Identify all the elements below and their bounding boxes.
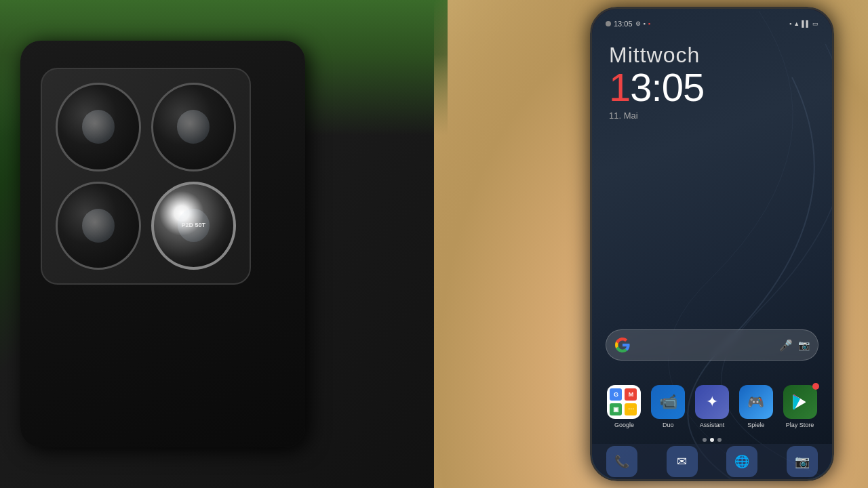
google-icon: G M ▣ ⋯ — [607, 385, 641, 419]
google-logo — [614, 337, 631, 353]
google-sub-drive: ▣ — [610, 403, 622, 415]
spiele-app-label: Spiele — [747, 422, 764, 428]
date-label: 11. Mai — [609, 110, 704, 121]
camera-phone-back: P2D 50T — [20, 41, 305, 447]
status-dot — [606, 21, 611, 26]
google-sub-maps: M — [625, 388, 637, 401]
app-item-playstore[interactable]: Play Store — [781, 385, 820, 428]
bottom-dock: 📞 ✉ 🌐 📷 — [592, 444, 832, 479]
sim-icon: ▪ — [789, 20, 791, 27]
duo-icon: 📹 — [651, 385, 685, 419]
duo-video-icon: 📹 — [659, 393, 677, 411]
app-item-spiele[interactable]: 🎮 Spiele — [736, 385, 776, 428]
spiele-icon: 🎮 — [739, 385, 773, 419]
status-bar: 13:05 ⚙ ▪ ▪ ▪ ▲ ▌▌ ▭ — [606, 17, 818, 30]
time-display: 13:05 — [609, 68, 704, 107]
dock-icon-2: ✉ — [677, 454, 687, 469]
p2d-label: P2D 50T — [181, 222, 205, 229]
signal-icon: ▌▌ — [802, 20, 810, 27]
time-rest: 3:05 — [630, 65, 704, 109]
google-sub-gmail: G — [610, 388, 622, 401]
app-row: G M ▣ ⋯ Google 📹 Duo — [602, 385, 822, 428]
day-label: Mittwoch — [609, 43, 704, 68]
wifi-icon: ▲ — [793, 20, 800, 27]
smartphone: 13:05 ⚙ ▪ ▪ ▪ ▲ ▌▌ ▭ Mittwoch 13:05 1 — [590, 7, 834, 481]
camera-lens-top-right — [151, 83, 237, 171]
camera-lens-bottom-left — [56, 182, 141, 270]
status-icons-right: ▪ ▲ ▌▌ ▭ — [789, 20, 818, 27]
dock-icon-3: 🌐 — [734, 454, 749, 469]
assistant-icon: ✦ — [695, 385, 729, 419]
dock-item-3[interactable]: 🌐 — [726, 446, 757, 477]
location-icon: ▪ — [644, 20, 646, 27]
duo-app-label: Duo — [663, 422, 674, 428]
dock-item-2[interactable]: ✉ — [667, 446, 698, 477]
playstore-badge — [812, 383, 819, 390]
page-dot-3 — [717, 438, 722, 442]
dock-icon-4: 📷 — [795, 454, 810, 469]
camera-lens-top-left — [56, 83, 141, 171]
main-scene: P2D 50T 13:05 ⚙ ▪ ▪ ▪ — [0, 0, 868, 488]
app-item-assistant[interactable]: ✦ Assistant — [692, 385, 732, 428]
status-time: 13:05 — [614, 20, 633, 28]
time-red-digit: 1 — [609, 65, 630, 109]
page-dots — [592, 438, 832, 442]
dock-icon-1: 📞 — [614, 454, 629, 469]
google-sub-more: ⋯ — [625, 403, 637, 415]
notification-icon: ▪ — [648, 20, 650, 27]
page-dot-1 — [703, 438, 707, 442]
playstore-icon — [783, 385, 817, 419]
assistant-symbol: ✦ — [706, 393, 718, 411]
game-controller-icon: 🎮 — [747, 394, 764, 410]
camera-search-icon[interactable]: 📷 — [798, 340, 810, 350]
playstore-app-label: Play Store — [786, 422, 814, 428]
app-item-google[interactable]: G M ▣ ⋯ Google — [604, 385, 644, 428]
dock-item-1[interactable]: 📞 — [606, 446, 637, 477]
page-dot-2-active — [710, 438, 714, 442]
assistant-app-label: Assistant — [700, 422, 725, 428]
settings-icon: ⚙ — [635, 20, 641, 27]
microphone-icon[interactable]: 🎤 — [779, 339, 793, 352]
camera-module: P2D 50T — [41, 68, 251, 285]
camera-lens-p2d: P2D 50T — [151, 182, 237, 270]
phone-screen: 13:05 ⚙ ▪ ▪ ▪ ▲ ▌▌ ▭ Mittwoch 13:05 1 — [592, 9, 832, 479]
app-item-duo[interactable]: 📹 Duo — [648, 385, 688, 428]
dock-item-4[interactable]: 📷 — [787, 446, 818, 477]
search-bar[interactable]: 🎤 📷 — [606, 329, 818, 361]
status-left: 13:05 ⚙ ▪ ▪ — [606, 20, 650, 28]
battery-icon: ▭ — [812, 20, 818, 27]
clock-area: Mittwoch 13:05 11. Mai — [609, 43, 704, 121]
google-app-label: Google — [614, 422, 634, 428]
playstore-triangle — [791, 392, 810, 411]
